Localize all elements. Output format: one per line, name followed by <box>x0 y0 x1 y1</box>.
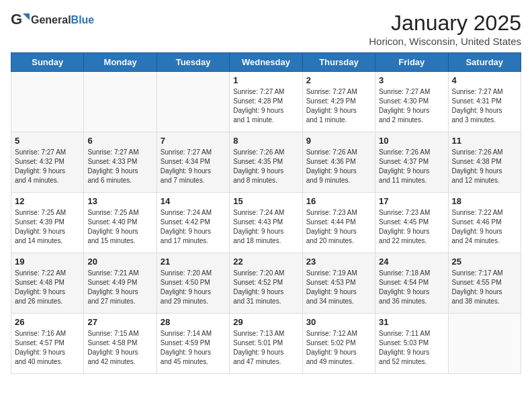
day-info: Sunrise: 7:27 AM Sunset: 4:30 PM Dayligh… <box>379 87 444 125</box>
calendar-cell: 30Sunrise: 7:12 AM Sunset: 5:02 PM Dayli… <box>302 314 375 374</box>
calendar-cell: 21Sunrise: 7:20 AM Sunset: 4:50 PM Dayli… <box>157 253 229 314</box>
calendar-title: January 2025 <box>369 11 521 36</box>
day-info: Sunrise: 7:22 AM Sunset: 4:46 PM Dayligh… <box>452 208 517 246</box>
calendar-cell: 17Sunrise: 7:23 AM Sunset: 4:45 PM Dayli… <box>375 193 448 253</box>
day-number: 29 <box>233 317 298 327</box>
svg-text:G: G <box>11 11 22 28</box>
calendar-week-row: 5Sunrise: 7:27 AM Sunset: 4:32 PM Daylig… <box>11 132 521 193</box>
weekday-header: Tuesday <box>157 53 229 72</box>
day-number: 25 <box>452 257 517 267</box>
day-info: Sunrise: 7:16 AM Sunset: 4:57 PM Dayligh… <box>15 329 80 367</box>
calendar-cell <box>11 72 84 132</box>
calendar-cell: 4Sunrise: 7:27 AM Sunset: 4:31 PM Daylig… <box>448 72 521 132</box>
title-block: January 2025 Horicon, Wisconsin, United … <box>369 11 521 47</box>
day-info: Sunrise: 7:15 AM Sunset: 4:58 PM Dayligh… <box>87 329 152 367</box>
calendar-cell: 9Sunrise: 7:26 AM Sunset: 4:36 PM Daylig… <box>302 132 375 193</box>
day-number: 2 <box>306 75 371 85</box>
logo: G GeneralBlue <box>11 11 94 30</box>
logo-blue: Blue <box>71 14 95 26</box>
day-number: 1 <box>233 75 298 85</box>
calendar-cell: 14Sunrise: 7:24 AM Sunset: 4:42 PM Dayli… <box>157 193 229 253</box>
day-info: Sunrise: 7:21 AM Sunset: 4:49 PM Dayligh… <box>87 269 152 306</box>
calendar-cell: 19Sunrise: 7:22 AM Sunset: 4:48 PM Dayli… <box>11 253 84 314</box>
day-number: 30 <box>306 317 371 327</box>
day-number: 21 <box>161 257 226 267</box>
weekday-header: Wednesday <box>230 53 302 72</box>
day-number: 10 <box>379 136 444 146</box>
day-info: Sunrise: 7:26 AM Sunset: 4:35 PM Dayligh… <box>233 148 298 185</box>
calendar-table: SundayMondayTuesdayWednesdayThursdayFrid… <box>11 52 521 374</box>
day-number: 24 <box>379 257 444 267</box>
weekday-header: Sunday <box>11 53 84 72</box>
day-number: 22 <box>233 257 298 267</box>
day-number: 9 <box>306 136 371 146</box>
day-info: Sunrise: 7:27 AM Sunset: 4:32 PM Dayligh… <box>15 148 80 185</box>
calendar-header: SundayMondayTuesdayWednesdayThursdayFrid… <box>11 53 521 72</box>
calendar-cell: 15Sunrise: 7:24 AM Sunset: 4:43 PM Dayli… <box>230 193 302 253</box>
weekday-header: Monday <box>84 53 157 72</box>
day-info: Sunrise: 7:26 AM Sunset: 4:37 PM Dayligh… <box>379 148 444 185</box>
calendar-week-row: 12Sunrise: 7:25 AM Sunset: 4:39 PM Dayli… <box>11 193 521 253</box>
calendar-cell: 31Sunrise: 7:11 AM Sunset: 5:03 PM Dayli… <box>375 314 448 374</box>
calendar-week-row: 26Sunrise: 7:16 AM Sunset: 4:57 PM Dayli… <box>11 314 521 374</box>
day-info: Sunrise: 7:23 AM Sunset: 4:44 PM Dayligh… <box>306 208 371 246</box>
day-number: 11 <box>452 136 517 146</box>
day-info: Sunrise: 7:20 AM Sunset: 4:52 PM Dayligh… <box>233 269 298 306</box>
day-number: 15 <box>233 196 298 206</box>
calendar-cell: 20Sunrise: 7:21 AM Sunset: 4:49 PM Dayli… <box>84 253 157 314</box>
calendar-cell: 7Sunrise: 7:27 AM Sunset: 4:34 PM Daylig… <box>157 132 229 193</box>
day-number: 4 <box>452 75 517 85</box>
calendar-cell: 22Sunrise: 7:20 AM Sunset: 4:52 PM Dayli… <box>230 253 302 314</box>
svg-marker-1 <box>23 13 30 20</box>
calendar-cell: 26Sunrise: 7:16 AM Sunset: 4:57 PM Dayli… <box>11 314 84 374</box>
calendar-cell <box>84 72 157 132</box>
day-info: Sunrise: 7:22 AM Sunset: 4:48 PM Dayligh… <box>15 269 80 306</box>
day-number: 6 <box>87 136 152 146</box>
day-number: 18 <box>452 196 517 206</box>
calendar-cell: 28Sunrise: 7:14 AM Sunset: 4:59 PM Dayli… <box>157 314 229 374</box>
calendar-cell: 5Sunrise: 7:27 AM Sunset: 4:32 PM Daylig… <box>11 132 84 193</box>
day-info: Sunrise: 7:27 AM Sunset: 4:34 PM Dayligh… <box>161 148 226 185</box>
calendar-subtitle: Horicon, Wisconsin, United States <box>369 36 521 47</box>
weekday-header: Friday <box>375 53 448 72</box>
calendar-cell: 16Sunrise: 7:23 AM Sunset: 4:44 PM Dayli… <box>302 193 375 253</box>
calendar-cell: 12Sunrise: 7:25 AM Sunset: 4:39 PM Dayli… <box>11 193 84 253</box>
day-info: Sunrise: 7:27 AM Sunset: 4:29 PM Dayligh… <box>306 87 371 125</box>
day-number: 28 <box>161 317 226 327</box>
day-number: 7 <box>161 136 226 146</box>
day-info: Sunrise: 7:25 AM Sunset: 4:40 PM Dayligh… <box>87 208 152 246</box>
calendar-cell: 3Sunrise: 7:27 AM Sunset: 4:30 PM Daylig… <box>375 72 448 132</box>
day-info: Sunrise: 7:20 AM Sunset: 4:50 PM Dayligh… <box>161 269 226 306</box>
logo-icon: G <box>11 11 30 30</box>
day-number: 27 <box>87 317 152 327</box>
calendar-cell: 27Sunrise: 7:15 AM Sunset: 4:58 PM Dayli… <box>84 314 157 374</box>
day-info: Sunrise: 7:12 AM Sunset: 5:02 PM Dayligh… <box>306 329 371 367</box>
calendar-cell <box>157 72 229 132</box>
day-info: Sunrise: 7:27 AM Sunset: 4:31 PM Dayligh… <box>452 87 517 125</box>
calendar-cell: 13Sunrise: 7:25 AM Sunset: 4:40 PM Dayli… <box>84 193 157 253</box>
calendar-cell: 25Sunrise: 7:17 AM Sunset: 4:55 PM Dayli… <box>448 253 521 314</box>
day-info: Sunrise: 7:18 AM Sunset: 4:54 PM Dayligh… <box>379 269 444 306</box>
calendar-week-row: 19Sunrise: 7:22 AM Sunset: 4:48 PM Dayli… <box>11 253 521 314</box>
day-number: 8 <box>233 136 298 146</box>
day-info: Sunrise: 7:27 AM Sunset: 4:28 PM Dayligh… <box>233 87 298 125</box>
day-info: Sunrise: 7:26 AM Sunset: 4:36 PM Dayligh… <box>306 148 371 185</box>
day-info: Sunrise: 7:14 AM Sunset: 4:59 PM Dayligh… <box>161 329 226 367</box>
day-info: Sunrise: 7:19 AM Sunset: 4:53 PM Dayligh… <box>306 269 371 306</box>
weekday-header: Saturday <box>448 53 521 72</box>
calendar-cell: 18Sunrise: 7:22 AM Sunset: 4:46 PM Dayli… <box>448 193 521 253</box>
day-info: Sunrise: 7:17 AM Sunset: 4:55 PM Dayligh… <box>452 269 517 306</box>
weekday-row: SundayMondayTuesdayWednesdayThursdayFrid… <box>11 53 521 72</box>
day-number: 26 <box>15 317 80 327</box>
day-info: Sunrise: 7:24 AM Sunset: 4:43 PM Dayligh… <box>233 208 298 246</box>
calendar-cell: 1Sunrise: 7:27 AM Sunset: 4:28 PM Daylig… <box>230 72 302 132</box>
calendar-cell: 2Sunrise: 7:27 AM Sunset: 4:29 PM Daylig… <box>302 72 375 132</box>
day-number: 12 <box>15 196 80 206</box>
day-number: 5 <box>15 136 80 146</box>
calendar-week-row: 1Sunrise: 7:27 AM Sunset: 4:28 PM Daylig… <box>11 72 521 132</box>
day-number: 3 <box>379 75 444 85</box>
calendar-body: 1Sunrise: 7:27 AM Sunset: 4:28 PM Daylig… <box>11 72 521 374</box>
day-info: Sunrise: 7:25 AM Sunset: 4:39 PM Dayligh… <box>15 208 80 246</box>
calendar-cell: 23Sunrise: 7:19 AM Sunset: 4:53 PM Dayli… <box>302 253 375 314</box>
calendar-cell: 11Sunrise: 7:26 AM Sunset: 4:38 PM Dayli… <box>448 132 521 193</box>
